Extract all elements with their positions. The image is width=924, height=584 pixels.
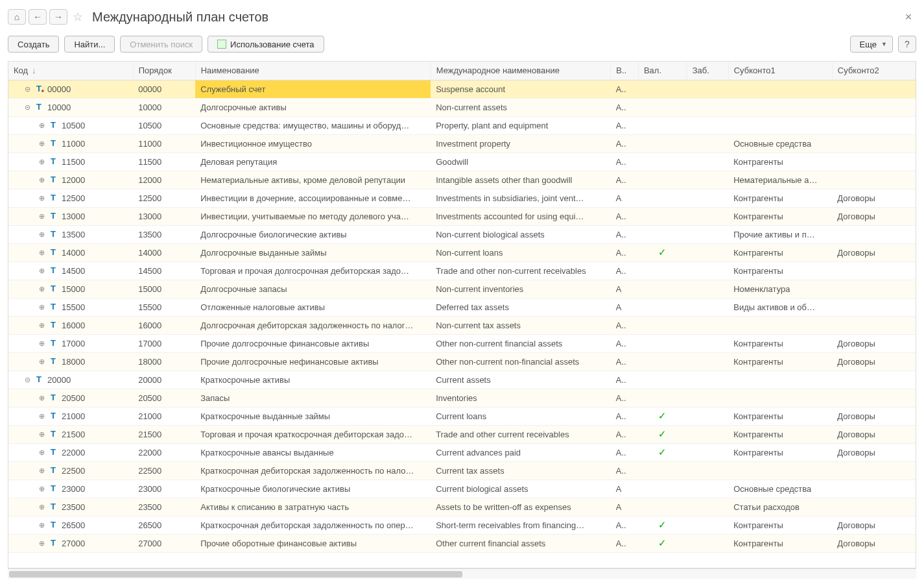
cell-name: Основные средства: имущество, машины и о…: [195, 116, 431, 134]
checkmark-icon: ✓: [643, 247, 681, 258]
cell-intl: Property, plant and equipment: [431, 116, 611, 134]
tree-expander-icon[interactable]: ⊕: [38, 303, 45, 311]
table-row[interactable]: ⊝T0000000000Служебный счетSuspense accou…: [8, 80, 916, 98]
table-row[interactable]: ⊕T1700017000Прочие долгосрочные финансов…: [8, 334, 916, 352]
cell-order: 10500: [133, 116, 195, 134]
tree-expander-icon[interactable]: ⊕: [38, 503, 45, 511]
usage-button[interactable]: Использование счета: [207, 36, 324, 53]
create-button[interactable]: Создать: [8, 36, 59, 53]
table-row[interactable]: ⊕T1200012000Нематериальные активы, кроме…: [8, 171, 916, 189]
more-button[interactable]: Еще: [850, 36, 893, 53]
table-row[interactable]: ⊕T1150011500Деловая репутацияGoodwillА..…: [8, 152, 916, 171]
table-row[interactable]: ⊕T1800018000Прочие долгосрочные нефинанс…: [8, 352, 916, 371]
cell-code: 27000: [62, 539, 85, 548]
close-button[interactable]: ×: [901, 10, 916, 24]
tree-expander-icon[interactable]: ⊝: [24, 103, 30, 112]
cell-name: Инвестиции в дочерние, ассоциированные и…: [195, 189, 431, 207]
col-val[interactable]: Вал.: [638, 62, 687, 80]
col-name[interactable]: Наименование: [195, 62, 431, 80]
tree-expander-icon[interactable]: ⊕: [38, 267, 45, 275]
table-row[interactable]: ⊕T2050020500ЗапасыInventoriesА..: [8, 389, 916, 407]
back-button[interactable]: ←: [29, 9, 47, 25]
table-row[interactable]: ⊕T1550015500Отложенные налоговые активыD…: [8, 298, 916, 316]
table-row[interactable]: ⊕T2250022500Краткосрочная дебиторская за…: [8, 461, 916, 480]
tree-expander-icon[interactable]: ⊕: [38, 412, 45, 420]
table-row[interactable]: ⊕T2200022000Краткосрочные авансы выданны…: [8, 443, 916, 461]
tree-expander-icon[interactable]: ⊕: [38, 140, 45, 148]
page-title: Международный план счетов: [92, 10, 268, 25]
tree-expander-icon[interactable]: ⊕: [38, 485, 45, 493]
forward-button[interactable]: →: [49, 9, 67, 25]
col-code[interactable]: Код: [8, 62, 133, 80]
table-row[interactable]: ⊕T2150021500Торговая и прочая краткосроч…: [8, 425, 916, 443]
tree-expander-icon[interactable]: ⊕: [38, 212, 45, 221]
col-zab[interactable]: Заб.: [687, 62, 728, 80]
table-row[interactable]: ⊕T1400014000Долгосрочные выданные займыN…: [8, 243, 916, 262]
tree-expander-icon[interactable]: ⊝: [24, 376, 30, 384]
col-sub2[interactable]: Субконто2: [832, 62, 915, 80]
favorite-button[interactable]: ☆: [70, 9, 86, 25]
tree-expander-icon[interactable]: ⊕: [38, 230, 45, 239]
cell-sub1: Прочие активы и п…: [728, 225, 832, 243]
cell-intl: Investments accounted for using equi…: [431, 207, 611, 225]
tree-expander-icon[interactable]: ⊕: [38, 430, 45, 439]
col-order[interactable]: Порядок: [133, 62, 195, 80]
table-row[interactable]: ⊕T2700027000Прочие оборотные финансовые …: [8, 534, 916, 552]
tree-expander-icon[interactable]: ⊕: [38, 249, 45, 257]
table-row[interactable]: ⊕T2350023500Активы к списанию в затратну…: [8, 498, 916, 516]
col-v[interactable]: В..: [611, 62, 639, 80]
tree-expander-icon[interactable]: ⊕: [38, 158, 45, 166]
tree-expander-icon[interactable]: ⊕: [38, 339, 45, 348]
table-row[interactable]: ⊕T1300013000Инвестиции, учитываемые по м…: [8, 207, 916, 225]
tree-expander-icon[interactable]: ⊕: [38, 176, 45, 184]
tree-expander-icon[interactable]: ⊝: [24, 85, 30, 93]
table-row[interactable]: ⊝T1000010000Долгосрочные активыNon-curre…: [8, 98, 916, 116]
table-row[interactable]: ⊕T2300023000Краткосрочные биологические …: [8, 480, 916, 498]
cell-sub2: Договоры: [832, 407, 915, 425]
scrollbar-thumb[interactable]: [9, 571, 462, 578]
tree-expander-icon[interactable]: ⊕: [38, 448, 45, 457]
home-button[interactable]: ⌂: [8, 9, 26, 25]
tree-expander-icon[interactable]: ⊕: [38, 394, 45, 402]
tree-expander-icon[interactable]: ⊕: [38, 285, 45, 293]
cell-sub2: [832, 461, 915, 480]
tree-expander-icon[interactable]: ⊕: [38, 194, 45, 202]
tree-expander-icon[interactable]: ⊕: [38, 539, 45, 548]
app-window: ⌂ ← → ☆ Международный план счетов × Созд…: [0, 0, 924, 584]
checkmark-icon: ✓: [643, 446, 681, 458]
table-row[interactable]: ⊕T1500015000Долгосрочные запасыNon-curre…: [8, 280, 916, 298]
cell-name: Краткосрочные биологические активы: [195, 480, 431, 498]
tree-expander-icon[interactable]: ⊕: [38, 358, 45, 366]
tree-expander-icon[interactable]: ⊕: [38, 321, 45, 330]
table-row[interactable]: ⊕T2100021000Краткосрочные выданные займы…: [8, 407, 916, 425]
account-type-icon: T: [49, 248, 58, 257]
accounts-table-wrap[interactable]: Код Порядок Наименование Международное н…: [8, 61, 916, 568]
find-button[interactable]: Найти...: [64, 36, 115, 53]
table-row[interactable]: ⊕T1050010500Основные средства: имущество…: [8, 116, 916, 134]
help-button[interactable]: ?: [898, 36, 916, 53]
account-type-icon: T: [49, 139, 58, 148]
cell-val: [638, 152, 687, 171]
table-row[interactable]: ⊝T2000020000Краткосрочные активыCurrent …: [8, 371, 916, 389]
cell-order: 27000: [133, 534, 195, 552]
table-row[interactable]: ⊕T1250012500Инвестиции в дочерние, ассоц…: [8, 189, 916, 207]
col-intl[interactable]: Международное наименование: [431, 62, 611, 80]
cell-name: Краткосрочные выданные займы: [195, 407, 431, 425]
cell-intl: Inventories: [431, 389, 611, 407]
table-row[interactable]: ⊕T1100011000Инвестиционное имуществоInve…: [8, 134, 916, 152]
col-sub1[interactable]: Субконто1: [728, 62, 832, 80]
table-row[interactable]: ⊕T1450014500Торговая и прочая долгосрочн…: [8, 262, 916, 280]
table-row[interactable]: ⊕T1350013500Долгосрочные биологические а…: [8, 225, 916, 243]
tree-expander-icon[interactable]: ⊕: [38, 121, 45, 130]
cell-val: [638, 189, 687, 207]
usage-icon: [217, 40, 226, 49]
cell-name: Инвестиции, учитываемые по методу долево…: [195, 207, 431, 225]
horizontal-scrollbar[interactable]: [8, 568, 916, 579]
tree-expander-icon[interactable]: ⊕: [38, 521, 45, 529]
table-row[interactable]: ⊕T1600016000Долгосрочная дебиторская зад…: [8, 316, 916, 334]
cell-val: [638, 334, 687, 352]
tree-expander-icon[interactable]: ⊕: [38, 467, 45, 475]
cell-sub1: Контрагенты: [728, 407, 832, 425]
table-row[interactable]: ⊕T2650026500Краткосрочная дебиторская за…: [8, 516, 916, 534]
cell-v: А..: [611, 225, 639, 243]
